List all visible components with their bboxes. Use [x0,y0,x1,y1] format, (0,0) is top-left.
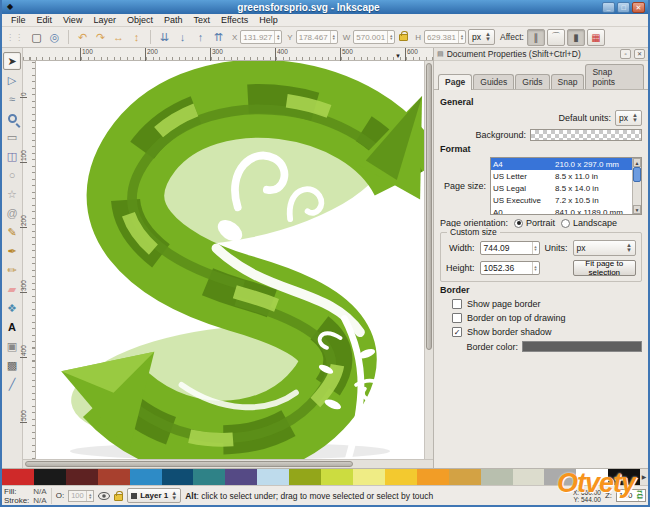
palette-swatch[interactable] [576,469,608,485]
palette-swatch[interactable] [353,469,385,485]
tab-snap[interactable]: Snap [551,74,585,89]
custom-height-input[interactable]: 1052.36▲▼ [480,261,540,275]
minimize-button[interactable]: _ [602,2,615,13]
lower-to-bottom-icon[interactable]: ⇊ [156,29,173,46]
page-size-row[interactable]: US Legal8.5 x 14.0 in [491,182,632,194]
menu-edit[interactable]: Edit [32,15,58,25]
custom-width-input[interactable]: 744.09▲▼ [480,241,540,255]
tweak-tool[interactable]: ≈ [3,90,21,108]
pen-tool[interactable]: ✒ [3,242,21,260]
lower-icon[interactable]: ↓ [174,29,191,46]
connector-tool[interactable]: ▣ [3,337,21,355]
close-button[interactable]: ✕ [632,2,645,13]
menu-view[interactable]: View [58,15,87,25]
portrait-radio[interactable]: Portrait [514,218,555,228]
rotate-cw-icon[interactable]: ↷ [92,29,109,46]
palette-swatch[interactable] [193,469,225,485]
menu-text[interactable]: Text [188,15,215,25]
horizontal-ruler[interactable]: 100200300400500600▼ [23,48,433,61]
spiral-tool[interactable]: @ [3,204,21,222]
palette-swatch[interactable] [417,469,449,485]
palette-swatch[interactable] [544,469,576,485]
checkbox-show-border-shadow[interactable]: ✓Show border shadow [452,327,642,337]
menu-path[interactable]: Path [159,15,188,25]
palette-swatch[interactable] [257,469,289,485]
palette-swatch[interactable] [130,469,162,485]
rotate-ccw-icon[interactable]: ↶ [74,29,91,46]
menu-effects[interactable]: Effects [216,15,253,25]
page-size-row[interactable]: US Letter8.5 x 11.0 in [491,170,632,182]
palette-swatch[interactable] [608,469,640,485]
eraser-tool[interactable]: ▰ [3,280,21,298]
stroke-value[interactable]: N/A [33,496,46,505]
page-size-scrollbar[interactable]: ▲ ▼ [632,158,641,214]
y-input[interactable]: 178.467▲▼ [296,30,338,44]
custom-units-dropdown[interactable]: px▲▼ [573,240,636,256]
palette-swatch[interactable] [481,469,513,485]
background-color-swatch[interactable] [530,129,642,141]
pencil-tool[interactable]: ✎ [3,223,21,241]
default-units-dropdown[interactable]: px▲▼ [615,110,642,126]
checkbox-border-on-top-of-drawing[interactable]: Border on top of drawing [452,313,642,323]
page-size-row[interactable]: US Executive7.2 x 10.5 in [491,194,632,206]
menu-object[interactable]: Object [122,15,158,25]
scroll-up-icon[interactable]: ▲ [633,158,641,167]
lock-ratio-icon[interactable] [399,34,408,41]
palette-swatch[interactable] [225,469,257,485]
flip-vertical-icon[interactable]: ↕ [128,29,145,46]
star-tool[interactable]: ☆ [3,185,21,203]
gradient-tool[interactable]: ▩ [3,356,21,374]
menu-file[interactable]: File [6,15,31,25]
menu-help[interactable]: Help [254,15,283,25]
affect-pattern-toggle[interactable]: ▦ [587,29,605,46]
layer-dropdown[interactable]: Layer 1 ▲▼ [127,488,181,503]
affect-stroke-toggle[interactable]: ∥ [527,29,545,46]
page-size-list[interactable]: A4210.0 x 297.0 mmUS Letter8.5 x 11.0 in… [490,157,642,215]
layer-visibility-eye-icon[interactable] [98,492,110,500]
palette-swatch[interactable] [289,469,321,485]
scroll-down-icon[interactable]: ▼ [633,205,641,214]
palette-swatch[interactable] [34,469,66,485]
zoom-tool[interactable] [3,109,21,127]
palette-swatch[interactable] [321,469,353,485]
page-size-row[interactable]: A4210.0 x 297.0 mm [491,158,632,170]
layer-lock-icon[interactable] [114,494,123,501]
panel-detach-button[interactable]: ▫ [620,49,631,59]
title-bar[interactable]: ◆ greensforsprio.svg - Inkscape _□✕ [2,0,648,14]
tab-guides[interactable]: Guides [473,74,514,89]
x-input[interactable]: 131.927▲▼ [240,30,282,44]
palette-scroll-arrow-icon[interactable]: ▶ [640,469,648,485]
palette-swatch[interactable] [66,469,98,485]
affect-corners-toggle[interactable]: ⌒ [547,29,565,46]
text-tool[interactable]: A [3,318,21,336]
dropper-tool[interactable]: ╱ [3,375,21,393]
zoom-input[interactable]: 100▲▼ [616,489,646,502]
paintbucket-tool[interactable]: ❖ [3,299,21,317]
tab-page[interactable]: Page [438,74,472,90]
palette-swatch[interactable] [513,469,545,485]
zoom-selection-icon[interactable]: ◎ [46,29,63,46]
palette-swatch[interactable] [385,469,417,485]
raise-to-top-icon[interactable]: ⇈ [210,29,227,46]
fit-page-to-selection-button[interactable]: Fit page to selection [573,260,636,276]
ellipse-tool[interactable]: ○ [3,166,21,184]
vertical-ruler[interactable]: 0100200300400500 [23,61,36,459]
calligraphy-tool[interactable]: ✏ [3,261,21,279]
palette-swatch[interactable] [449,469,481,485]
canvas-vertical-scrollbar[interactable] [424,61,433,459]
landscape-radio[interactable]: Landscape [561,218,617,228]
box3d-tool[interactable]: ◫ [3,147,21,165]
rectangle-tool[interactable]: ▭ [3,128,21,146]
canvas[interactable] [36,61,424,459]
panel-close-button[interactable]: ✕ [634,49,645,59]
affect-gradient-toggle[interactable]: ▮ [567,29,585,46]
flip-horizontal-icon[interactable]: ↔ [110,29,127,46]
page-size-row[interactable]: A0841.0 x 1189.0 mm [491,206,632,215]
tab-grids[interactable]: Grids [515,74,549,89]
selector-tool[interactable]: ➤ [3,52,21,70]
checkbox-show-page-border[interactable]: Show page border [452,299,642,309]
palette-swatch[interactable] [162,469,194,485]
raise-icon[interactable]: ↑ [192,29,209,46]
canvas-horizontal-scrollbar[interactable] [23,459,433,468]
palette-swatch[interactable] [2,469,34,485]
